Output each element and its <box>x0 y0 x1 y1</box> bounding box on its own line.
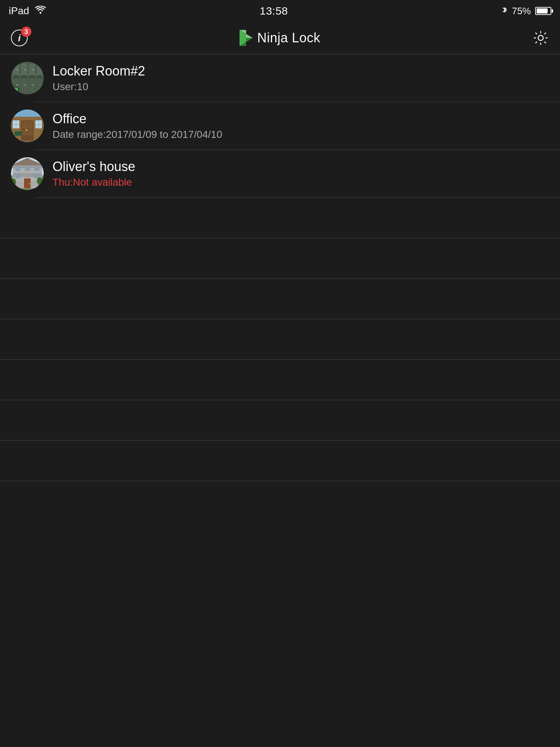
item-subtitle-unavailable: Thu:Not available <box>52 177 549 188</box>
svg-point-24 <box>16 84 18 86</box>
svg-point-25 <box>24 69 26 70</box>
svg-rect-54 <box>15 166 20 171</box>
settings-button[interactable] <box>532 30 549 46</box>
svg-rect-22 <box>38 76 42 77</box>
svg-rect-55 <box>25 166 30 171</box>
online-status-dot <box>12 86 19 93</box>
status-bar: iPad 13:58 75% <box>0 0 560 22</box>
item-details: Oliver's house Thu:Not available <box>52 159 549 188</box>
avatar <box>11 157 44 190</box>
svg-rect-14 <box>22 76 27 77</box>
svg-rect-10 <box>13 76 19 77</box>
empty-row <box>0 360 560 400</box>
svg-rect-12 <box>21 63 27 77</box>
status-time: 13:58 <box>260 5 288 17</box>
ninja-lock-logo-icon <box>240 30 253 46</box>
svg-rect-45 <box>19 140 36 142</box>
svg-marker-65 <box>11 158 44 165</box>
svg-rect-21 <box>37 78 42 93</box>
svg-rect-33 <box>22 121 27 129</box>
status-right: 75% <box>502 5 551 17</box>
house-avatar-image <box>11 157 44 190</box>
svg-rect-20 <box>37 63 42 77</box>
app-name: Ninja Lock <box>257 30 320 46</box>
svg-point-4 <box>538 35 543 40</box>
status-left: iPad <box>9 5 46 17</box>
avatar <box>11 109 44 142</box>
item-details: Office Date range:2017/01/09 to 2017/04/… <box>52 111 549 140</box>
svg-rect-18 <box>30 76 35 77</box>
svg-rect-34 <box>28 121 32 129</box>
nav-notification-button[interactable]: 3 i <box>11 30 28 46</box>
empty-row <box>0 198 560 238</box>
notification-badge: 3 <box>21 27 31 37</box>
wifi-icon <box>35 6 46 16</box>
svg-rect-57 <box>15 173 20 178</box>
empty-row <box>0 441 560 481</box>
list-item[interactable]: Office Date range:2017/01/09 to 2017/04/… <box>0 102 560 150</box>
svg-point-28 <box>32 84 34 86</box>
list-divider <box>0 481 560 481</box>
svg-point-23 <box>16 69 18 70</box>
bluetooth-icon <box>502 5 508 16</box>
avatar <box>11 62 44 94</box>
item-subtitle: Date range:2017/01/09 to 2017/04/10 <box>52 129 549 140</box>
svg-point-60 <box>28 183 30 185</box>
svg-rect-44 <box>15 131 22 136</box>
svg-point-0 <box>40 12 42 14</box>
svg-rect-13 <box>21 78 27 93</box>
empty-row <box>0 319 560 359</box>
gear-icon <box>532 30 549 46</box>
list-item[interactable]: Locker Room#2 User:10 <box>0 54 560 102</box>
battery-icon <box>535 7 551 15</box>
app-title: Ninja Lock <box>240 30 320 46</box>
empty-row <box>0 279 560 319</box>
svg-rect-17 <box>29 78 35 93</box>
office-avatar-image <box>11 109 44 142</box>
item-details: Locker Room#2 User:10 <box>52 63 549 93</box>
nav-bar: 3 i Ninja Lock <box>0 22 560 54</box>
svg-point-37 <box>26 129 28 131</box>
item-subtitle: User:10 <box>52 81 549 93</box>
svg-point-26 <box>24 84 26 86</box>
empty-row <box>0 238 560 278</box>
battery-percent-text: 75% <box>512 5 531 17</box>
svg-point-64 <box>37 177 43 185</box>
empty-row <box>0 400 560 440</box>
svg-rect-36 <box>28 130 32 135</box>
svg-point-27 <box>32 69 34 70</box>
item-title: Oliver's house <box>52 159 549 174</box>
svg-rect-16 <box>29 63 35 77</box>
svg-rect-56 <box>34 166 39 171</box>
svg-rect-61 <box>12 183 15 187</box>
item-title: Locker Room#2 <box>52 63 549 79</box>
battery-fill <box>537 8 548 13</box>
svg-rect-8 <box>13 63 19 77</box>
device-name: iPad <box>9 5 29 17</box>
item-title: Office <box>52 111 549 127</box>
list-item[interactable]: Oliver's house Thu:Not available <box>0 150 560 197</box>
